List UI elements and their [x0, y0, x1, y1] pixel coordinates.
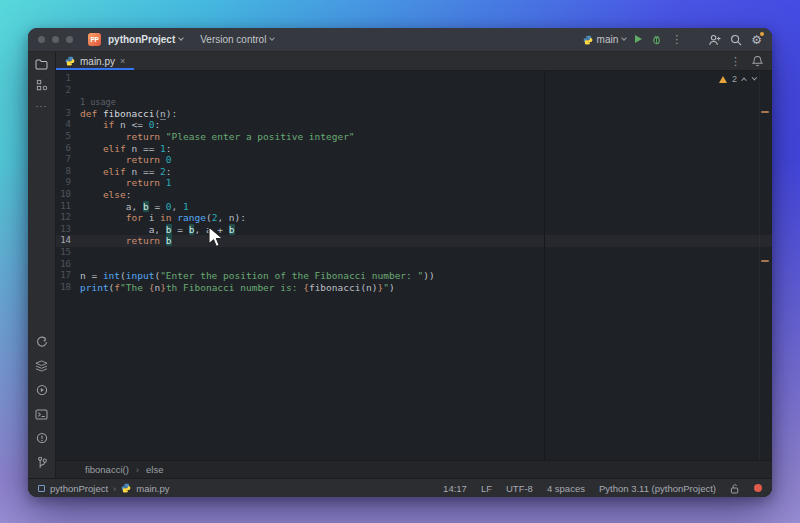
code-line[interactable]: 14 return b [56, 235, 772, 247]
code-text: elif n == 1: [80, 143, 172, 155]
bug-icon [651, 34, 662, 45]
commit-icon [36, 79, 48, 91]
code-line[interactable]: 5 return "Please enter a positive intege… [56, 131, 772, 143]
code-line[interactable]: 2 [56, 85, 772, 97]
search-everywhere-button[interactable] [730, 34, 742, 46]
notifications-button[interactable] [752, 55, 763, 67]
code-text: elif n == 2: [80, 166, 172, 178]
line-number: 7 [56, 154, 80, 166]
problems-icon [36, 432, 48, 444]
code-text: a, b = 0, 1 [80, 201, 189, 213]
code-line[interactable]: 18print(f"The {n}th Fibonacci number is:… [56, 282, 772, 294]
vcs-widget[interactable]: Version control [200, 34, 274, 45]
code-line[interactable]: 3def fibonacci(n): [56, 108, 772, 120]
chevron-down-icon [178, 35, 184, 41]
interpreter-widget[interactable]: Python 3.11 (pythonProject) [599, 483, 716, 494]
line-number: 15 [56, 247, 80, 259]
python-packages-tool-button[interactable] [32, 357, 52, 375]
inlay-hint-line[interactable]: 1 usage [56, 96, 772, 108]
code-text: n = int(input("Enter the position of the… [80, 270, 435, 282]
code-line[interactable]: 1 [56, 73, 772, 85]
line-number: 16 [56, 259, 80, 271]
search-icon [730, 34, 742, 46]
code-text: def fibonacci(n): [80, 108, 177, 120]
warning-stripe-mark[interactable] [761, 260, 769, 262]
usages-inlay-hint[interactable]: 1 usage [80, 97, 116, 107]
code-text: 1 usage [80, 96, 116, 108]
inspections-widget[interactable]: 2 [719, 74, 755, 84]
tab-main-py[interactable]: main.py × [56, 52, 134, 70]
python-console-tool-button[interactable] [32, 333, 52, 351]
python-logo-icon [583, 35, 593, 45]
code-line[interactable]: 7 return 0 [56, 154, 772, 166]
code-text: print(f"The {n}th Fibonacci number is: {… [80, 282, 395, 294]
problems-tool-button[interactable] [32, 429, 52, 447]
code-text: if n <= 0: [80, 119, 160, 131]
chevron-up-icon[interactable] [741, 78, 747, 84]
commit-tool-button[interactable] [32, 76, 52, 94]
code-line[interactable]: 13 a, b = b, a + b [56, 224, 772, 236]
window-minimize-button[interactable] [52, 36, 59, 43]
encoding-widget[interactable]: UTF-8 [506, 483, 533, 494]
desktop: { "icons": { "kebab": "⋮", "close": "×",… [0, 0, 800, 523]
run-configuration-widget[interactable]: main [583, 34, 627, 45]
line-number: 6 [56, 143, 80, 155]
status-project-name[interactable]: pythonProject [50, 483, 108, 494]
code-editor[interactable]: 121 usage3def fibonacci(n):4 if n <= 0:5… [56, 71, 772, 460]
project-name: pythonProject [108, 34, 175, 45]
activity-bar: ··· [28, 52, 56, 478]
window-zoom-button[interactable] [66, 36, 73, 43]
add-user-icon [708, 34, 721, 46]
line-number: 3 [56, 108, 80, 120]
line-number: 1 [56, 73, 80, 85]
more-tool-windows-button[interactable]: ··· [32, 97, 52, 115]
line-separator-widget[interactable]: LF [481, 483, 492, 494]
unlocked-padlock-icon [730, 483, 740, 494]
line-number: 13 [56, 224, 80, 236]
project-widget[interactable]: pythonProject [108, 34, 183, 45]
code-text: return b [80, 235, 172, 247]
code-line[interactable]: 6 elif n == 1: [56, 143, 772, 155]
readonly-toggle[interactable] [730, 483, 740, 494]
code-line[interactable]: 8 elif n == 2: [56, 166, 772, 178]
play-circle-icon [36, 384, 48, 396]
code-text: return "Please enter a positive integer" [80, 131, 355, 143]
more-actions-button[interactable]: ⋮ [671, 34, 682, 45]
breadcrumb-separator: › [136, 464, 139, 475]
code-line[interactable]: 15 [56, 247, 772, 259]
code-line[interactable]: 9 return 1 [56, 177, 772, 189]
code-line[interactable]: 4 if n <= 0: [56, 119, 772, 131]
indent-widget[interactable]: 4 spaces [547, 483, 585, 494]
debug-button[interactable] [651, 34, 662, 45]
code-line[interactable]: 10 else: [56, 189, 772, 201]
services-tool-button[interactable] [32, 381, 52, 399]
breadcrumb-item-block[interactable]: else [146, 464, 163, 475]
warning-count: 2 [732, 74, 737, 84]
code-line[interactable]: 16 [56, 259, 772, 271]
update-badge [760, 32, 764, 36]
code-text: return 0 [80, 154, 172, 166]
code-line[interactable]: 12 for i in range(2, n): [56, 212, 772, 224]
error-stripe[interactable] [759, 71, 772, 460]
line-number: 11 [56, 201, 80, 213]
status-bar: pythonProject › main.py 14:17 LF UTF-8 4… [28, 478, 772, 497]
caret-position-widget[interactable]: 14:17 [443, 483, 467, 494]
version-control-tool-button[interactable] [32, 453, 52, 471]
settings-button[interactable]: ⚙ [751, 34, 762, 46]
editor-options-button[interactable]: ⋮ [730, 56, 741, 67]
terminal-tool-button[interactable] [32, 405, 52, 423]
window-close-button[interactable] [38, 36, 45, 43]
close-icon[interactable]: × [120, 56, 125, 66]
code-line[interactable]: 11 a, b = 0, 1 [56, 201, 772, 213]
project-tool-button[interactable] [32, 55, 52, 73]
recording-indicator [754, 484, 762, 492]
code-with-me-button[interactable] [708, 34, 721, 46]
breadcrumb-item-function[interactable]: fibonacci() [85, 464, 129, 475]
warning-stripe-mark[interactable] [761, 111, 769, 113]
line-number: 2 [56, 85, 80, 97]
run-button[interactable] [635, 34, 642, 45]
line-number: 4 [56, 119, 80, 131]
code-line[interactable]: 17n = int(input("Enter the position of t… [56, 270, 772, 282]
terminal-icon [35, 409, 48, 420]
status-file-name[interactable]: main.py [136, 483, 169, 494]
